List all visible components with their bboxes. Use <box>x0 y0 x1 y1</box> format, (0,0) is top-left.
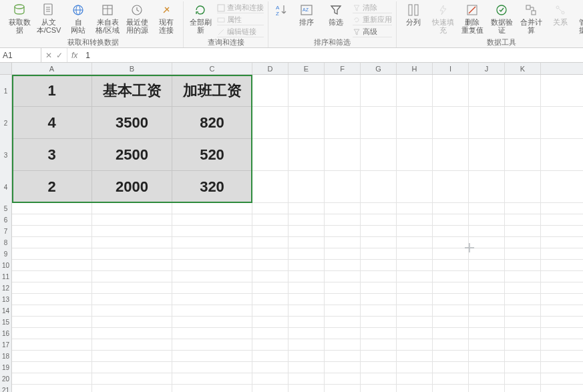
cell[interactable] <box>172 362 252 373</box>
cell[interactable] <box>325 271 361 282</box>
cell[interactable] <box>325 339 361 351</box>
cell[interactable] <box>92 385 172 392</box>
cell[interactable] <box>288 271 325 282</box>
cell[interactable] <box>433 328 469 339</box>
cell[interactable] <box>505 75 541 107</box>
cell[interactable] <box>252 248 288 260</box>
cell[interactable] <box>92 305 172 317</box>
cell[interactable] <box>505 226 541 237</box>
cell[interactable] <box>361 373 397 385</box>
cell[interactable] <box>92 339 172 351</box>
cell[interactable] <box>397 214 433 226</box>
cell[interactable]: 520 <box>172 139 252 171</box>
recent-sources-button[interactable]: 最近使 用的源 <box>124 1 150 34</box>
row-header[interactable]: 14 <box>0 305 12 317</box>
cell[interactable] <box>361 248 397 260</box>
cell[interactable] <box>172 351 252 362</box>
cell[interactable] <box>172 339 252 351</box>
cell[interactable] <box>172 226 252 237</box>
cell[interactable] <box>288 226 325 237</box>
cell[interactable] <box>325 282 361 294</box>
column-header[interactable]: D <box>252 63 288 74</box>
cell[interactable] <box>433 282 469 294</box>
cell[interactable] <box>361 171 397 203</box>
cell[interactable] <box>361 362 397 373</box>
cell[interactable] <box>172 214 252 226</box>
cell[interactable] <box>397 260 433 271</box>
row-header[interactable]: 9 <box>0 248 12 260</box>
cell[interactable] <box>505 339 541 351</box>
cell[interactable] <box>252 305 288 317</box>
cell[interactable] <box>172 271 252 282</box>
name-box[interactable]: A1 <box>0 48 41 62</box>
cell[interactable] <box>397 362 433 373</box>
cell[interactable]: 320 <box>172 171 252 203</box>
row-header[interactable]: 12 <box>0 282 12 294</box>
cell[interactable] <box>288 237 325 248</box>
cell[interactable]: 820 <box>172 107 252 139</box>
column-header[interactable]: C <box>172 63 252 74</box>
cell[interactable] <box>397 351 433 362</box>
row-header[interactable]: 4 <box>0 171 12 203</box>
cell[interactable]: 基本工资 <box>92 75 172 107</box>
cell[interactable] <box>12 214 92 226</box>
cell[interactable] <box>433 317 469 328</box>
fx-icon[interactable]: fx <box>67 51 81 60</box>
cell[interactable] <box>92 282 172 294</box>
cell[interactable] <box>325 328 361 339</box>
cell[interactable] <box>469 294 505 305</box>
cell[interactable] <box>12 339 92 351</box>
cell[interactable] <box>469 237 505 248</box>
cell[interactable] <box>433 75 469 107</box>
cell[interactable] <box>469 339 505 351</box>
cell[interactable] <box>172 260 252 271</box>
cell[interactable] <box>505 260 541 271</box>
cell[interactable] <box>433 107 469 139</box>
cell[interactable] <box>397 317 433 328</box>
row-header[interactable]: 5 <box>0 203 12 214</box>
cell[interactable] <box>397 271 433 282</box>
cell[interactable] <box>92 237 172 248</box>
cell[interactable] <box>325 362 361 373</box>
cell[interactable] <box>252 171 288 203</box>
cell[interactable] <box>172 203 252 214</box>
cell[interactable] <box>325 75 361 107</box>
cancel-icon[interactable]: ✕ <box>44 51 53 60</box>
cell[interactable]: 3500 <box>92 107 172 139</box>
consolidate-button[interactable]: 合并计算 <box>518 1 544 34</box>
row-header[interactable]: 8 <box>0 237 12 248</box>
cell[interactable] <box>505 385 541 392</box>
cell[interactable] <box>469 328 505 339</box>
cell[interactable] <box>92 294 172 305</box>
queries-conn-button[interactable]: 查询和连接 <box>217 3 264 13</box>
column-header[interactable]: F <box>325 63 361 74</box>
cell[interactable] <box>92 226 172 237</box>
cell[interactable] <box>252 351 288 362</box>
cell[interactable] <box>505 214 541 226</box>
sort-az-button[interactable]: AZ <box>272 1 290 17</box>
cell[interactable] <box>288 362 325 373</box>
row-header[interactable]: 17 <box>0 339 12 351</box>
cell[interactable] <box>252 373 288 385</box>
cell[interactable] <box>505 351 541 362</box>
cell[interactable] <box>12 226 92 237</box>
text-to-columns-button[interactable]: 分列 <box>401 1 426 26</box>
cell[interactable] <box>361 75 397 107</box>
sort-button[interactable]: AZ 排序 <box>294 1 319 26</box>
cell[interactable] <box>12 328 92 339</box>
cell[interactable] <box>433 362 469 373</box>
refresh-all-button[interactable]: 全部刷 新 <box>188 1 213 34</box>
cell[interactable] <box>252 226 288 237</box>
cell[interactable]: 2000 <box>92 171 172 203</box>
cell[interactable] <box>172 294 252 305</box>
cell[interactable] <box>288 75 325 107</box>
cell[interactable] <box>325 171 361 203</box>
cell[interactable] <box>325 373 361 385</box>
cell[interactable] <box>288 385 325 392</box>
cell[interactable] <box>172 373 252 385</box>
cell[interactable] <box>469 214 505 226</box>
cell[interactable] <box>433 171 469 203</box>
cell[interactable] <box>469 139 505 171</box>
cell[interactable] <box>469 75 505 107</box>
cell[interactable] <box>325 226 361 237</box>
